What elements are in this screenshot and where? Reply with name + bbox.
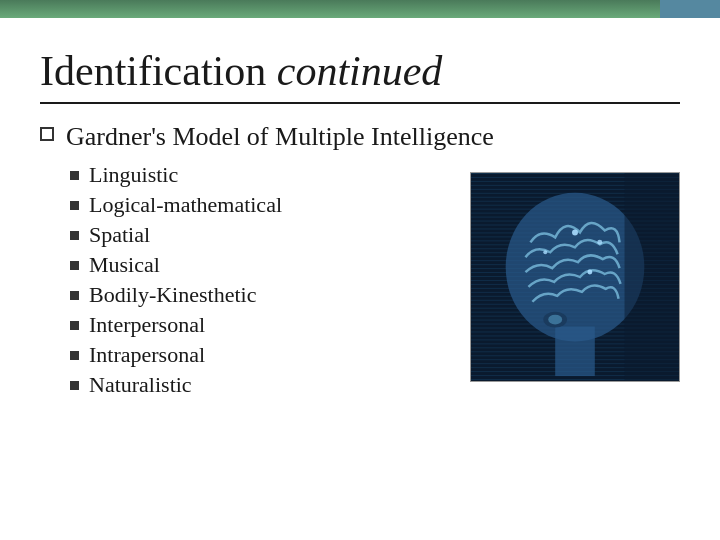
sub-item-label: Linguistic [89,162,178,188]
sub-bullet-square [70,171,79,180]
sub-item-label: Intrapersonal [89,342,205,368]
main-bullet-text: Gardner's Model of Multiple Intelligence [66,122,494,152]
sub-bullet-square [70,321,79,330]
sub-item-label: Spatial [89,222,150,248]
sub-item-label: Bodily-Kinesthetic [89,282,256,308]
svg-rect-55 [555,327,595,377]
main-content: Identification continued Gardner's Model… [0,18,720,422]
svg-rect-62 [625,173,679,381]
list-item: Musical [70,252,450,278]
top-bar-accent [660,0,720,18]
sub-item-label: Interpersonal [89,312,205,338]
list-item: Spatial [70,222,450,248]
brain-image [470,172,680,382]
list-item: Naturalistic [70,372,450,398]
svg-point-57 [548,315,562,325]
page-title: Identification continued [40,48,680,94]
title-italic: continued [277,48,443,94]
list-item: Linguistic [70,162,450,188]
title-divider [40,102,680,104]
brain-svg [471,173,679,381]
list-item: Intrapersonal [70,342,450,368]
sub-bullet-square [70,351,79,360]
top-bar [0,0,720,18]
sub-list-items: LinguisticLogical-mathematicalSpatialMus… [70,162,450,402]
svg-point-58 [572,230,578,236]
svg-point-61 [587,270,592,275]
svg-point-54 [506,193,645,342]
list-item: Interpersonal [70,312,450,338]
list-item: Bodily-Kinesthetic [70,282,450,308]
sub-bullet-square [70,201,79,210]
sub-bullet-square [70,231,79,240]
main-bullet-item: Gardner's Model of Multiple Intelligence [40,122,680,152]
sub-item-label: Logical-mathematical [89,192,282,218]
sub-bullet-square [70,291,79,300]
sub-bullet-square [70,381,79,390]
sub-item-label: Naturalistic [89,372,192,398]
sub-list-container: LinguisticLogical-mathematicalSpatialMus… [70,162,680,402]
sub-item-label: Musical [89,252,160,278]
title-main: Identification [40,48,277,94]
sub-bullet-square [70,261,79,270]
svg-point-59 [597,240,602,245]
main-bullet-square [40,127,54,141]
svg-point-60 [543,250,547,254]
title-section: Identification continued [40,48,680,104]
list-item: Logical-mathematical [70,192,450,218]
